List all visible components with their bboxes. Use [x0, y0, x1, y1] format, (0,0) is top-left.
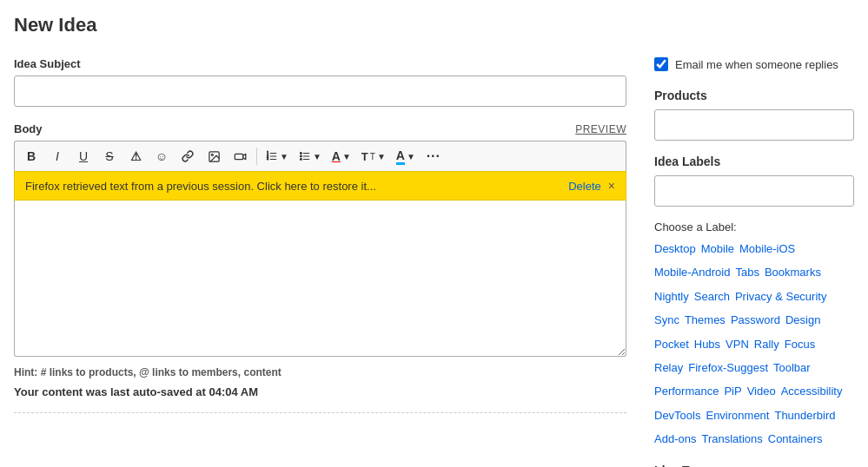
label-link[interactable]: PiP	[724, 381, 741, 401]
idea-labels-input[interactable]	[654, 175, 854, 207]
products-label: Products	[654, 89, 854, 102]
label-link[interactable]: Rally	[754, 334, 779, 354]
idea-tags-label: Idea Tags	[654, 464, 854, 467]
labels-grid: DesktopMobileMobile-iOSMobile-AndroidTab…	[654, 239, 854, 450]
warning-button[interactable]: ⚠	[124, 145, 147, 168]
highlight-dropdown[interactable]: A ▼	[393, 147, 419, 167]
autosave-text: Your content was last auto-saved at 04:0…	[14, 385, 626, 398]
video-button[interactable]	[229, 145, 251, 168]
label-link[interactable]: DevTools	[654, 405, 700, 425]
underline-button[interactable]: U	[72, 145, 95, 168]
svg-point-13	[300, 155, 301, 157]
svg-rect-2	[235, 154, 242, 159]
label-link[interactable]: Themes	[685, 310, 726, 330]
list-ordered-dropdown[interactable]: 123 ▼	[262, 148, 292, 164]
label-link[interactable]: Add-ons	[654, 429, 696, 449]
label-link[interactable]: Mobile-iOS	[739, 239, 795, 259]
link-button[interactable]	[176, 145, 199, 168]
label-link[interactable]: Mobile	[701, 239, 734, 259]
label-link[interactable]: Environment	[706, 405, 769, 425]
label-link[interactable]: Firefox-Suggest	[688, 358, 768, 378]
label-link[interactable]: Sync	[654, 310, 679, 330]
hint-text: Hint: # links to products, @ links to me…	[14, 366, 626, 378]
svg-text:3: 3	[267, 157, 268, 161]
form-divider	[14, 412, 626, 413]
label-link[interactable]: Relay	[654, 358, 683, 378]
label-link[interactable]: Accessibility	[781, 381, 843, 401]
svg-point-1	[211, 154, 213, 155]
bold-button[interactable]: B	[20, 145, 43, 168]
body-editor[interactable]	[14, 201, 626, 357]
restore-session-bar: Firefox retrieved text from a previous s…	[14, 171, 626, 201]
label-link[interactable]: Containers	[768, 429, 823, 449]
label-link[interactable]: Video	[747, 381, 776, 401]
label-link[interactable]: Translations	[701, 429, 762, 449]
label-link[interactable]: VPN	[726, 334, 749, 354]
products-input[interactable]	[654, 109, 854, 141]
page-title: New Idea	[14, 14, 854, 36]
email-checkbox-row: Email me when someone replies	[654, 57, 854, 71]
close-session-button[interactable]: ×	[608, 179, 615, 193]
label-link[interactable]: Desktop	[654, 239, 696, 259]
label-link[interactable]: Search	[694, 286, 730, 306]
italic-button[interactable]: I	[46, 145, 69, 168]
label-link[interactable]: Nightly	[654, 286, 689, 306]
idea-labels-label: Idea Labels	[654, 155, 854, 168]
label-link[interactable]: Design	[785, 310, 820, 330]
label-link[interactable]: Hubs	[694, 334, 720, 354]
label-link[interactable]: Password	[731, 310, 780, 330]
label-link[interactable]: Thunderbird	[774, 405, 835, 425]
email-checkbox-label[interactable]: Email me when someone replies	[675, 58, 838, 71]
font-size-dropdown[interactable]: TT ▼	[358, 148, 389, 165]
delete-session-button[interactable]: Delete	[568, 180, 601, 193]
label-link[interactable]: Mobile-Android	[654, 262, 730, 282]
image-button[interactable]	[202, 145, 225, 168]
label-link[interactable]: Pocket	[654, 334, 689, 354]
label-link[interactable]: Toolbar	[773, 358, 811, 378]
idea-subject-input[interactable]	[14, 76, 626, 107]
preview-link[interactable]: PREVIEW	[575, 123, 626, 135]
svg-point-12	[300, 153, 301, 155]
list-bullet-dropdown[interactable]: ▼	[295, 148, 325, 164]
choose-a-label-text: Choose a Label:	[654, 220, 854, 234]
emoji-button[interactable]: ☺	[150, 145, 173, 168]
label-link[interactable]: Tabs	[735, 262, 759, 282]
strikethrough-button[interactable]: S	[98, 145, 121, 168]
more-options-button[interactable]: ···	[422, 145, 445, 168]
email-checkbox[interactable]	[654, 57, 668, 71]
restore-session-text: Firefox retrieved text from a previous s…	[25, 180, 376, 193]
text-color-dropdown[interactable]: A ▼	[328, 148, 354, 165]
label-link[interactable]: Focus	[785, 334, 815, 354]
label-link[interactable]: Bookmarks	[765, 262, 821, 282]
body-label: Body	[14, 122, 43, 135]
idea-subject-label: Idea Subject	[14, 57, 626, 70]
svg-point-14	[300, 159, 301, 161]
editor-toolbar: B I U S ⚠ ☺	[14, 141, 626, 171]
label-link[interactable]: Performance	[654, 381, 719, 401]
label-link[interactable]: Privacy & Security	[735, 286, 826, 306]
toolbar-separator-1	[256, 148, 257, 165]
